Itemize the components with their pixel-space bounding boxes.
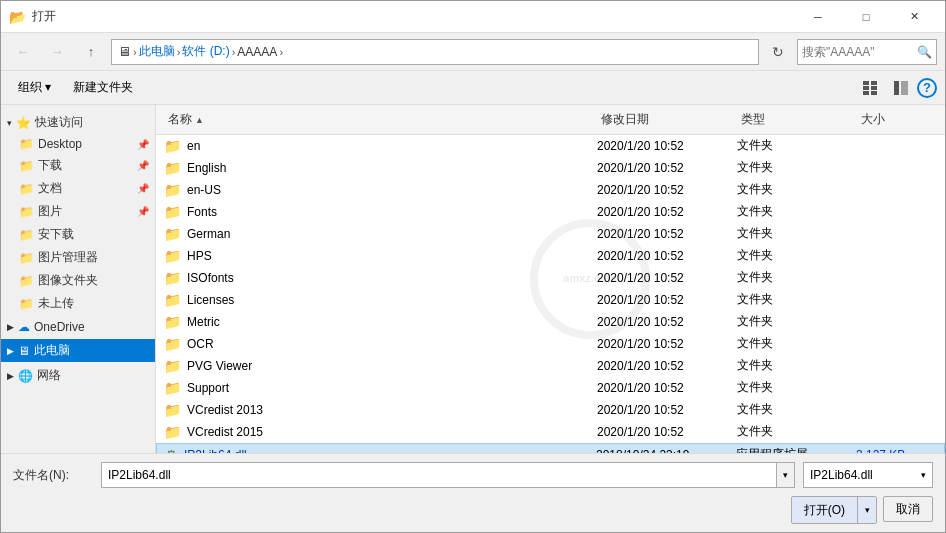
sidebar-item-docs[interactable]: 📁 文档 📌 <box>1 177 155 200</box>
folder-icon: 📁 <box>164 314 181 330</box>
sidebar-item-desktop[interactable]: 📁 Desktop 📌 <box>1 134 155 154</box>
col-header-modified[interactable]: 修改日期 <box>597 109 737 130</box>
help-button[interactable]: ? <box>917 78 937 98</box>
open-dropdown-button[interactable]: ▾ <box>858 497 876 523</box>
folder-icon: 📁 <box>19 159 34 173</box>
file-type: 文件夹 <box>737 291 857 308</box>
filename-input[interactable] <box>102 463 776 487</box>
table-row[interactable]: 📁Licenses2020/1/20 10:52文件夹 <box>156 289 945 311</box>
sidebar-item-label: 图片管理器 <box>38 249 98 266</box>
table-row[interactable]: 📁HPS2020/1/20 10:52文件夹 <box>156 245 945 267</box>
file-type: 文件夹 <box>737 269 857 286</box>
sidebar-item-downloads[interactable]: 📁 下载 📌 <box>1 154 155 177</box>
breadcrumb-computer[interactable]: 此电脑 <box>139 43 175 60</box>
folder-icon: 📁 <box>19 228 34 242</box>
onedrive-label: OneDrive <box>34 320 85 334</box>
pane-button[interactable] <box>887 75 915 101</box>
table-row[interactable]: 📁ISOfonts2020/1/20 10:52文件夹 <box>156 267 945 289</box>
col-header-type[interactable]: 类型 <box>737 109 857 130</box>
table-row[interactable]: 📁en-US2020/1/20 10:52文件夹 <box>156 179 945 201</box>
folder-icon: 📁 <box>19 205 34 219</box>
table-row[interactable]: 📁VCredist 20152020/1/20 10:52文件夹 <box>156 421 945 443</box>
arrow-right-icon: ▶ <box>7 322 14 332</box>
table-row[interactable]: 📁German2020/1/20 10:52文件夹 <box>156 223 945 245</box>
sidebar-item-picmanager[interactable]: 📁 图片管理器 <box>1 246 155 269</box>
pin-icon: 📌 <box>137 139 149 150</box>
pin-icon: 📌 <box>137 160 149 171</box>
sort-icon: ▲ <box>195 115 204 125</box>
sidebar-item-imagefolder[interactable]: 📁 图像文件夹 <box>1 269 155 292</box>
thispc-section: ▶ 🖥 此电脑 <box>1 339 155 362</box>
pin-icon: 📌 <box>137 206 149 217</box>
organize-button[interactable]: 组织 ▾ <box>9 75 60 101</box>
file-name: en <box>187 139 200 153</box>
filetype-dropdown[interactable]: IP2Lib64.dll ▾ <box>803 462 933 488</box>
table-row[interactable]: 📁Fonts2020/1/20 10:52文件夹 <box>156 201 945 223</box>
title-controls: ─ □ ✕ <box>795 1 937 33</box>
folder-icon: 📁 <box>164 204 181 220</box>
table-row[interactable]: 📁PVG Viewer2020/1/20 10:52文件夹 <box>156 355 945 377</box>
open-button[interactable]: 打开(O) <box>792 497 858 523</box>
file-type: 文件夹 <box>737 247 857 264</box>
file-name: Licenses <box>187 293 234 307</box>
refresh-button[interactable]: ↻ <box>765 39 791 65</box>
close-button[interactable]: ✕ <box>891 1 937 33</box>
quickaccess-section: ▾ ⭐ 快速访问 📁 Desktop 📌 📁 下载 📌 📁 文档 <box>1 111 155 315</box>
breadcrumb-current: AAAAA <box>237 45 277 59</box>
thispc-header[interactable]: ▶ 🖥 此电脑 <box>1 339 155 362</box>
folder-icon: 📁 <box>164 336 181 352</box>
file-type: 应用程序扩展 <box>736 446 856 453</box>
view-toggle-button[interactable] <box>857 75 885 101</box>
sidebar-item-anzaixia[interactable]: 📁 安下载 <box>1 223 155 246</box>
file-name: VCredist 2013 <box>187 403 263 417</box>
filename-row: 文件名(N): ▾ IP2Lib64.dll ▾ <box>13 462 933 488</box>
breadcrumb: 🖥 › 此电脑 › 软件 (D:) › AAAAA › <box>111 39 759 65</box>
table-row[interactable]: 📁English2020/1/20 10:52文件夹 <box>156 157 945 179</box>
back-button[interactable]: ← <box>9 38 37 66</box>
file-type: 文件夹 <box>737 401 857 418</box>
new-folder-button[interactable]: 新建文件夹 <box>64 75 142 101</box>
col-header-size[interactable]: 大小 <box>857 109 937 130</box>
table-row[interactable]: ⚙IP2Lib64.dll2018/10/24 23:19应用程序扩展3,127… <box>156 443 945 453</box>
file-name: English <box>187 161 226 175</box>
search-input[interactable] <box>802 45 917 59</box>
breadcrumb-drive[interactable]: 软件 (D:) <box>182 43 229 60</box>
address-bar: ← → ↑ 🖥 › 此电脑 › 软件 (D:) › AAAAA › ↻ 🔍 <box>1 33 945 71</box>
col-modified-label: 修改日期 <box>601 111 649 128</box>
file-type: 文件夹 <box>737 357 857 374</box>
dll-icon: ⚙ <box>165 447 178 454</box>
sidebar-item-unsent[interactable]: 📁 未上传 <box>1 292 155 315</box>
cancel-button[interactable]: 取消 <box>883 496 933 522</box>
sidebar-item-pictures[interactable]: 📁 图片 📌 <box>1 200 155 223</box>
table-row[interactable]: 📁OCR2020/1/20 10:52文件夹 <box>156 333 945 355</box>
pin-icon: 📌 <box>137 183 149 194</box>
svg-rect-5 <box>871 91 877 95</box>
table-row[interactable]: 📁VCredist 20132020/1/20 10:52文件夹 <box>156 399 945 421</box>
svg-rect-0 <box>863 81 869 85</box>
quickaccess-header[interactable]: ▾ ⭐ 快速访问 <box>1 111 155 134</box>
dialog-icon: 📂 <box>9 9 26 25</box>
onedrive-header[interactable]: ▶ ☁ OneDrive <box>1 317 155 337</box>
up-button[interactable]: ↑ <box>77 38 105 66</box>
forward-button[interactable]: → <box>43 38 71 66</box>
breadcrumb-sep-4: › <box>279 46 283 58</box>
main-content: ▾ ⭐ 快速访问 📁 Desktop 📌 📁 下载 📌 📁 文档 <box>1 105 945 453</box>
filename-dropdown[interactable]: ▾ <box>776 463 794 487</box>
maximize-button[interactable]: □ <box>843 1 889 33</box>
col-header-name[interactable]: 名称 ▲ <box>164 109 597 130</box>
network-header[interactable]: ▶ 🌐 网络 <box>1 364 155 387</box>
breadcrumb-item[interactable]: 🖥 <box>118 44 131 59</box>
sidebar-item-label: 安下载 <box>38 226 74 243</box>
table-row[interactable]: 📁Metric2020/1/20 10:52文件夹 <box>156 311 945 333</box>
sidebar: ▾ ⭐ 快速访问 📁 Desktop 📌 📁 下载 📌 📁 文档 <box>1 105 156 453</box>
file-type: 文件夹 <box>737 203 857 220</box>
file-name: en-US <box>187 183 221 197</box>
file-type: 文件夹 <box>737 225 857 242</box>
file-name: German <box>187 227 230 241</box>
folder-icon: 📁 <box>19 274 34 288</box>
table-row[interactable]: 📁en2020/1/20 10:52文件夹 <box>156 135 945 157</box>
breadcrumb-sep: › <box>133 46 137 58</box>
file-modified: 2020/1/20 10:52 <box>597 161 737 175</box>
table-row[interactable]: 📁Support2020/1/20 10:52文件夹 <box>156 377 945 399</box>
minimize-button[interactable]: ─ <box>795 1 841 33</box>
